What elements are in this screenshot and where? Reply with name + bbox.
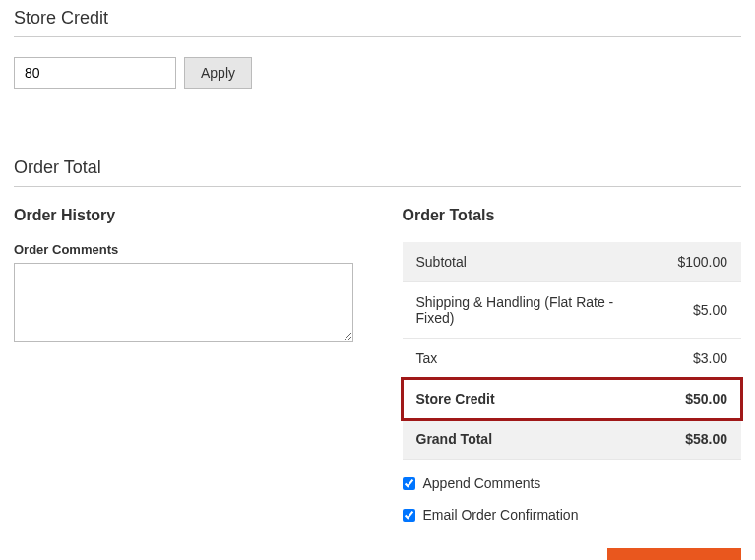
totals-row-label: Shipping & Handling (Flat Rate - Fixed) bbox=[403, 282, 664, 339]
order-history-panel: Order History Order Comments bbox=[14, 207, 353, 560]
totals-row-value: $58.00 bbox=[663, 419, 741, 460]
order-totals-title: Order Totals bbox=[403, 207, 742, 224]
store-credit-row: Apply bbox=[14, 57, 741, 89]
totals-row-label: Grand Total bbox=[403, 419, 664, 460]
submit-order-button[interactable]: Submit Order bbox=[607, 548, 741, 560]
order-totals-panel: Order Totals Subtotal$100.00Shipping & H… bbox=[403, 207, 742, 560]
submit-wrap: Submit Order bbox=[403, 548, 742, 560]
totals-row: Store Credit$50.00 bbox=[403, 379, 742, 419]
totals-row-label: Subtotal bbox=[403, 242, 664, 282]
apply-button[interactable]: Apply bbox=[184, 57, 252, 89]
totals-row-label: Store Credit bbox=[403, 379, 664, 419]
totals-row-label: Tax bbox=[403, 339, 664, 379]
order-total-columns: Order History Order Comments Order Total… bbox=[14, 207, 741, 560]
totals-row: Grand Total$58.00 bbox=[403, 419, 742, 460]
totals-row: Subtotal$100.00 bbox=[403, 242, 742, 282]
totals-row: Tax$3.00 bbox=[403, 339, 742, 379]
totals-row-value: $50.00 bbox=[663, 379, 741, 419]
store-credit-title: Store Credit bbox=[14, 8, 741, 37]
order-totals-table: Subtotal$100.00Shipping & Handling (Flat… bbox=[403, 242, 742, 460]
append-comments-checkbox[interactable] bbox=[403, 477, 415, 490]
order-total-title: Order Total bbox=[14, 157, 741, 187]
totals-row: Shipping & Handling (Flat Rate - Fixed)$… bbox=[403, 282, 742, 339]
email-confirmation-checkbox[interactable] bbox=[403, 509, 415, 522]
totals-row-value: $5.00 bbox=[663, 282, 741, 339]
email-confirmation-label: Email Order Confirmation bbox=[423, 507, 579, 523]
order-comments-label: Order Comments bbox=[14, 242, 353, 257]
append-comments-row[interactable]: Append Comments bbox=[403, 475, 742, 491]
email-confirmation-row[interactable]: Email Order Confirmation bbox=[403, 507, 742, 523]
order-comments-textarea[interactable] bbox=[14, 263, 353, 342]
append-comments-label: Append Comments bbox=[423, 475, 541, 491]
store-credit-input[interactable] bbox=[14, 57, 176, 89]
totals-row-value: $3.00 bbox=[663, 339, 741, 379]
totals-row-value: $100.00 bbox=[663, 242, 741, 282]
order-history-title: Order History bbox=[14, 207, 353, 224]
